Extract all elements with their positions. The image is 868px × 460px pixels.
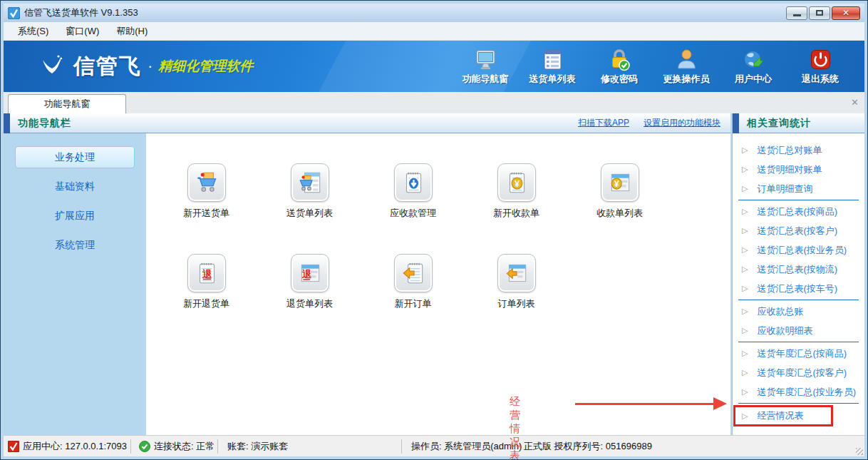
svg-text:退: 退 (301, 269, 311, 280)
menu-help[interactable]: 帮助(H) (108, 22, 156, 41)
tool-change-password[interactable]: 修改密码 (594, 48, 645, 86)
cart-list-icon (291, 163, 329, 202)
menu-system[interactable]: 系统(S) (9, 22, 57, 41)
sidebar-item-basic-data[interactable]: 基础资料 (15, 175, 135, 198)
menu-window[interactable]: 窗口(W) (57, 22, 108, 41)
stat-item-delivery-summary-by-product[interactable]: ▷送货汇总表(按商品) (733, 202, 864, 221)
tool-switch-operator[interactable]: 更换操作员 (661, 48, 712, 86)
triangle-bullet-icon: ▷ (742, 368, 748, 377)
tool-nav-window[interactable]: 功能导航窗 (460, 48, 511, 86)
notepad-return-icon: 退 (187, 254, 226, 292)
divider (401, 439, 402, 454)
status-account-set: 账套: 演示账套 (227, 436, 288, 457)
brand-logo-icon (36, 52, 68, 81)
nav-panel: 功能导航栏 扫描下载APP 设置启用的功能模块 业务处理 基础资料 扩展应用 系… (4, 113, 730, 435)
svg-text:¥: ¥ (515, 179, 520, 189)
app-window: 信管飞送货单软件 V9.1.353 ✕ 系统(S) 窗口(W) 帮助(H) 信管… (0, 0, 868, 460)
stats-list: ▷送货汇总对账单 ▷送货明细对账单 ▷订单明细查询 ▷送货汇总表(按商品) ▷送… (733, 133, 864, 426)
header-accent-bar (733, 113, 739, 133)
status-license: 正式版 授权序列号: 051696989 (524, 436, 652, 457)
stats-panel-header: 相关查询统计 (733, 113, 864, 133)
stat-item-delivery-detail-statement[interactable]: ▷送货明细对账单 (733, 160, 864, 179)
cart-new-icon (187, 163, 226, 202)
divider (738, 300, 859, 300)
triangle-bullet-icon: ▷ (742, 284, 748, 293)
document-list-icon (541, 48, 564, 71)
stat-item-annual-summary-by-customer[interactable]: ▷送货年度汇总(按客户) (733, 363, 864, 382)
link-scan-download-app[interactable]: 扫描下载APP (578, 117, 629, 129)
tab-nav-window[interactable]: 功能导航窗 (8, 94, 126, 113)
divider (514, 439, 515, 454)
title-bar: 信管飞送货单软件 V9.1.353 ✕ (4, 4, 864, 22)
sidebar-item-business[interactable]: 业务处理 (15, 146, 135, 168)
grid-item-receivables[interactable]: 应收款管理 (361, 163, 465, 220)
grid-item-new-order[interactable]: 新开订单 (361, 254, 465, 310)
status-bar: 应用中心: 127.0.0.1:7093 连接状态: 正常 账套: 演示账套 操… (4, 435, 864, 456)
stats-panel: 相关查询统计 ▷送货汇总对账单 ▷送货明细对账单 ▷订单明细查询 ▷送货汇总表(… (732, 113, 864, 435)
stat-item-order-detail-query[interactable]: ▷订单明细查询 (733, 179, 864, 198)
monitor-icon (474, 48, 497, 71)
triangle-bullet-icon: ▷ (742, 387, 748, 397)
sidebar-item-system[interactable]: 系统管理 (15, 234, 135, 256)
triangle-bullet-icon: ▷ (742, 165, 748, 174)
triangle-bullet-icon: ▷ (742, 349, 748, 358)
svg-text:¥: ¥ (614, 179, 619, 189)
grid-item-new-return[interactable]: 退 新开退货单 (155, 254, 258, 310)
window-title: 信管飞送货单软件 V9.1.353 (24, 6, 138, 19)
brand-separator: · (148, 57, 153, 76)
divider (738, 342, 859, 342)
stat-item-receivables-detail[interactable]: ▷应收款明细表 (733, 321, 864, 340)
sidebar: 业务处理 基础资料 扩展应用 系统管理 (4, 133, 146, 435)
banner-toolbar: 功能导航窗 送货单列表 修改密码 (460, 48, 864, 86)
triangle-bullet-icon: ▷ (742, 326, 748, 335)
stat-item-delivery-summary-statement[interactable]: ▷送货汇总对账单 (733, 140, 864, 160)
close-button[interactable]: ✕ (832, 6, 860, 20)
tool-exit-system[interactable]: 退出系统 (795, 48, 846, 86)
main-area: 新开送货单 (146, 133, 730, 435)
triangle-bullet-icon: ▷ (742, 412, 748, 421)
app-logo-red-icon (8, 441, 19, 452)
grid-item-order-list[interactable]: 订单列表 (465, 254, 568, 310)
link-configure-modules[interactable]: 设置启用的功能模块 (644, 117, 720, 129)
stat-item-delivery-summary-by-logistics[interactable]: ▷送货汇总表(按物流) (733, 260, 864, 279)
triangle-bullet-icon: ▷ (742, 307, 748, 316)
maximize-button[interactable] (809, 6, 830, 20)
tab-close-icon[interactable]: ✕ (851, 97, 859, 108)
notepad-down-arrow-icon (394, 163, 433, 202)
stat-item-receivables-ledger[interactable]: ▷应收款总账 (733, 302, 864, 321)
stat-item-annual-summary-by-product[interactable]: ▷送货年度汇总(按商品) (733, 344, 864, 363)
grid-item-new-delivery[interactable]: 新开送货单 (155, 163, 258, 220)
resize-grip[interactable] (856, 448, 863, 455)
minimize-button[interactable] (786, 6, 807, 20)
brand-tagline: 精细化管理软件 (158, 57, 253, 76)
window-yen-icon: ¥ (601, 163, 639, 202)
lock-check-icon (608, 48, 631, 71)
grid-item-return-list[interactable]: 退 退货单列表 (258, 254, 361, 310)
header-accent-bar (4, 113, 10, 133)
divider (217, 439, 218, 454)
tool-delivery-list[interactable]: 送货单列表 (527, 48, 578, 86)
grid-item-receipt-list[interactable]: ¥ 收款单列表 (568, 163, 671, 220)
stat-item-delivery-summary-by-salesman[interactable]: ▷送货汇总表(按业务员) (733, 240, 864, 260)
check-circle-icon (139, 441, 150, 452)
menu-bar: 系统(S) 窗口(W) 帮助(H) (4, 22, 864, 41)
grid-item-delivery-list[interactable]: 送货单列表 (258, 163, 361, 220)
stats-panel-title: 相关查询统计 (747, 117, 811, 130)
tab-bar: 功能导航窗 ✕ (4, 92, 864, 113)
svg-text:退: 退 (202, 269, 212, 280)
brand-name: 信管飞 (73, 52, 142, 81)
grid-item-new-receipt[interactable]: ¥ 新开收款单 (465, 163, 568, 220)
stat-item-annual-summary-by-salesman[interactable]: ▷送货年度汇总(按业务员) (733, 382, 864, 402)
stat-item-business-report[interactable]: ▷经营情况表 (733, 405, 833, 426)
divider (738, 403, 859, 404)
tool-user-center[interactable]: 用户中心 (728, 48, 779, 86)
stat-item-delivery-summary-by-customer[interactable]: ▷送货汇总表(按客户) (733, 221, 864, 240)
stat-item-delivery-summary-by-vehicle[interactable]: ▷送货汇总表(按车号) (733, 279, 864, 298)
app-logo-icon (8, 7, 20, 19)
divider (738, 200, 859, 200)
triangle-bullet-icon: ▷ (742, 245, 748, 255)
window-left-arrow-icon (497, 254, 536, 292)
content: 功能导航栏 扫描下载APP 设置启用的功能模块 业务处理 基础资料 扩展应用 系… (4, 113, 864, 435)
sidebar-item-extensions[interactable]: 扩展应用 (15, 205, 135, 227)
brand: 信管飞 · 精细化管理软件 (36, 52, 253, 81)
